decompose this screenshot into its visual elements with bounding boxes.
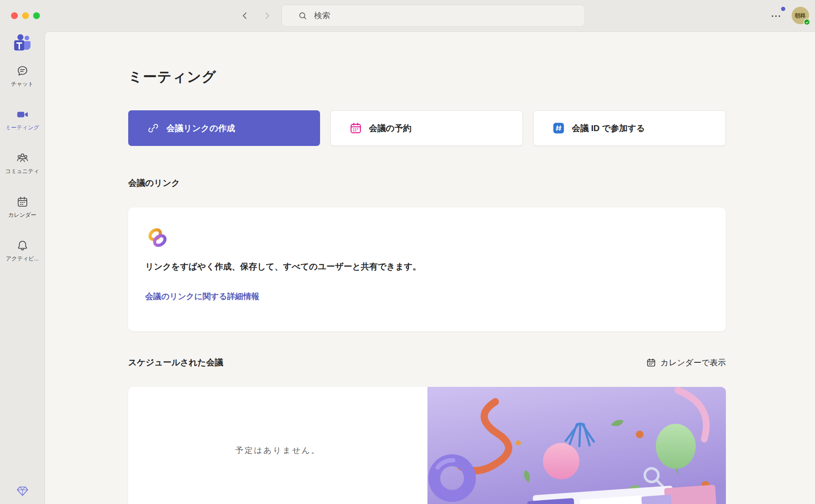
sidebar-item-communities[interactable]: コミュニティ [0, 141, 45, 185]
calendar-small-icon [646, 358, 656, 368]
sidebar-item-label: コミュニティ [6, 168, 39, 174]
join-with-id-button[interactable]: 会議 ID で参加する [533, 110, 726, 146]
chevron-left-icon [240, 11, 250, 21]
sidebar-item-calendar[interactable]: カレンダー [0, 185, 45, 228]
gem-icon [15, 484, 30, 498]
show-in-calendar-label: カレンダーで表示 [660, 357, 726, 368]
search-input[interactable] [314, 11, 560, 20]
sidebar-item-chat[interactable]: チャット [0, 53, 45, 97]
scheduled-meetings-heading: スケジュールされた会議 [128, 357, 223, 368]
close-window-button[interactable] [11, 12, 18, 19]
meetings-page: ミーティング 会議リンクの作成 [128, 32, 726, 504]
activity-bell-icon [16, 239, 29, 252]
sidebar-item-label: チャット [11, 81, 34, 87]
meeting-action-row: 会議リンクの作成 会議の予約 [128, 110, 726, 146]
sidebar-item-meetings[interactable]: ミーティング [0, 97, 45, 141]
search-icon [298, 11, 307, 20]
no-meetings-message: 予定はありません。 [128, 387, 427, 504]
show-in-calendar-button[interactable]: カレンダーで表示 [646, 357, 726, 368]
sidebar-item-activity[interactable]: アクティビ... [0, 228, 45, 272]
page-title: ミーティング [128, 67, 726, 87]
button-label: 会議 ID で参加する [572, 123, 645, 134]
meeting-links-card: リンクをすばやく作成、保存して、すべてのユーザーと共有できます。 会議のリンクに… [128, 207, 726, 331]
chat-icon [16, 64, 29, 77]
schedule-meeting-button[interactable]: 会議の予約 [330, 110, 523, 146]
calendar-pink-icon [349, 122, 362, 134]
chevron-right-icon [262, 11, 272, 21]
meeting-links-heading: 会議のリンク [128, 177, 726, 189]
decorative-illustration [427, 387, 726, 504]
button-label: 会議の予約 [369, 123, 411, 134]
sidebar-item-label: カレンダー [8, 212, 36, 218]
status-available-badge [804, 19, 810, 25]
check-icon [805, 20, 809, 24]
profile-avatar[interactable]: 朝柊 [792, 7, 809, 24]
ellipsis-icon [770, 10, 782, 22]
forward-button[interactable] [260, 8, 274, 23]
meeting-links-description: リンクをすばやく作成、保存して、すべてのユーザーと共有できます。 [145, 261, 705, 272]
meeting-links-details-link[interactable]: 会議のリンクに関する詳細情報 [145, 291, 259, 302]
communities-people-icon [16, 152, 29, 165]
minimize-window-button[interactable] [22, 12, 29, 19]
teams-logo-icon [12, 33, 33, 53]
link-3d-icon [145, 225, 170, 250]
window-controls [11, 12, 40, 19]
calendar-icon [16, 196, 29, 208]
back-button[interactable] [238, 8, 252, 23]
avatar-label: 朝柊 [795, 12, 806, 20]
sidebar-item-label: アクティビ... [6, 256, 39, 261]
button-label: 会議リンクの作成 [166, 123, 235, 134]
meeting-id-hash-icon [552, 122, 565, 134]
sidebar-item-label: ミーティング [6, 125, 39, 130]
premium-gem-button[interactable] [15, 484, 30, 499]
app-sidebar: チャット ミーティング コミュニティ [0, 31, 45, 504]
link-icon [147, 122, 160, 134]
zoom-window-button[interactable] [33, 12, 40, 19]
search-bar[interactable] [281, 5, 585, 27]
meetings-video-icon [16, 108, 29, 121]
main-panel: ミーティング 会議リンクの作成 [45, 31, 815, 504]
notification-dot [781, 7, 785, 11]
scheduled-meetings-card: 予定はありません。 [128, 387, 726, 504]
create-meeting-link-button[interactable]: 会議リンクの作成 [128, 110, 320, 146]
scheduled-header-row: スケジュールされた会議 カレンダーで表示 [128, 357, 726, 368]
more-options-button[interactable] [768, 10, 784, 22]
